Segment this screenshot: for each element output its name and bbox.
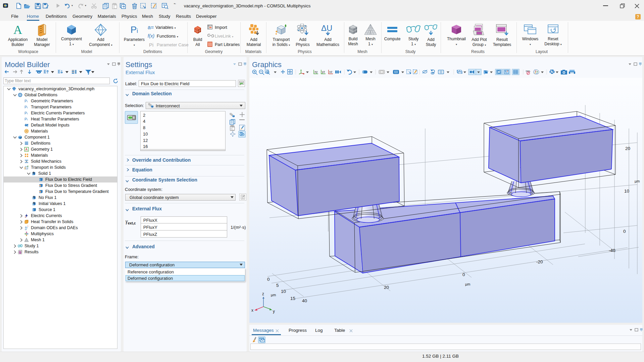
svg-text:20: 20 <box>625 146 630 151</box>
svg-text:10: 10 <box>281 289 286 294</box>
svg-text:xy: xy <box>314 70 318 73</box>
svg-text:0: 0 <box>623 229 626 234</box>
svg-text:µm: µm <box>465 282 470 286</box>
svg-text:15: 15 <box>290 296 295 301</box>
svg-text:z: z <box>262 292 264 296</box>
svg-text:0: 0 <box>462 272 465 277</box>
svg-text:0: 0 <box>267 277 270 282</box>
svg-text:ΔU: ΔU <box>321 23 332 33</box>
svg-text:-20: -20 <box>536 259 543 264</box>
svg-text:xz: xz <box>329 70 333 73</box>
svg-text:yz: yz <box>322 70 325 73</box>
svg-text:10: 10 <box>624 189 629 194</box>
svg-text:y: y <box>273 309 275 314</box>
svg-text:-40: -40 <box>609 248 615 253</box>
svg-text:µm: µm <box>635 179 640 183</box>
svg-text:µm: µm <box>271 293 276 297</box>
svg-text:x: x <box>251 308 253 313</box>
svg-text:40: 40 <box>302 298 307 303</box>
svg-text:5: 5 <box>276 283 279 288</box>
svg-text:20: 20 <box>384 285 389 290</box>
